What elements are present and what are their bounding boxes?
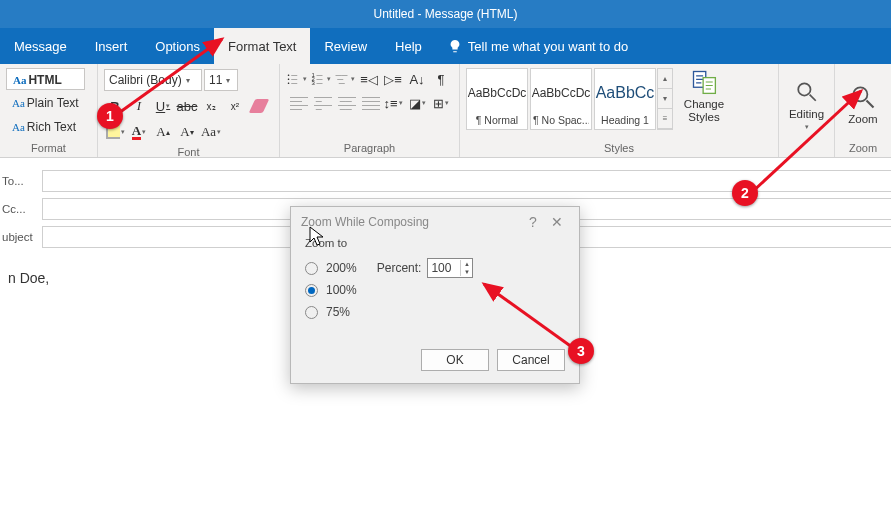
superscript-button[interactable]: x² — [224, 95, 246, 117]
to-label[interactable]: To... — [0, 175, 42, 187]
decrease-indent-button[interactable]: ≡◁ — [358, 68, 380, 90]
italic-button[interactable]: I — [128, 95, 150, 117]
bullet-list-icon — [288, 73, 302, 85]
strikethrough-button[interactable]: abc — [176, 95, 198, 117]
zoom-to-label: Zoom to — [305, 237, 565, 249]
window-title: Untitled - Message (HTML) — [373, 7, 517, 21]
styles-scroll-down-icon[interactable]: ▾ — [658, 89, 672, 109]
font-size-combo[interactable]: 11▾ — [204, 69, 238, 91]
clear-formatting-button[interactable] — [248, 95, 270, 117]
eraser-icon — [249, 99, 270, 113]
multilevel-list-button[interactable]: ▾ — [334, 68, 356, 90]
group-font-label: Font — [104, 144, 273, 161]
change-styles-icon — [690, 68, 718, 96]
menu-bar: Message Insert Options Format Text Revie… — [0, 28, 891, 64]
zoom-100-option[interactable]: 100% — [305, 279, 357, 301]
group-styles: AaBbCcDc ¶ Normal AaBbCcDc ¶ No Spac... … — [460, 64, 779, 157]
radio-icon — [305, 284, 318, 297]
font-name-combo[interactable]: Calibri (Body)▾ — [104, 69, 202, 91]
underline-button[interactable]: U▾ — [152, 95, 174, 117]
find-icon — [793, 78, 821, 106]
editing-button[interactable]: Editing ▾ — [785, 78, 828, 131]
change-case-button[interactable]: Aa▾ — [200, 121, 222, 143]
border-icon: ⊞ — [433, 96, 444, 111]
align-center-button[interactable] — [310, 92, 332, 114]
help-icon[interactable]: ? — [521, 214, 545, 230]
sort-button[interactable]: A↓ — [406, 68, 428, 90]
bullet-list-button[interactable]: ▾ — [286, 68, 308, 90]
shading-button[interactable]: ◪▾ — [406, 92, 428, 114]
window-title-bar: Untitled - Message (HTML) — [0, 0, 891, 28]
number-list-button[interactable]: ▾ — [310, 68, 332, 90]
zoom-75-option[interactable]: 75% — [305, 301, 357, 323]
chevron-down-icon: ▾ — [805, 123, 809, 131]
styles-scroll-up-icon[interactable]: ▴ — [658, 69, 672, 89]
align-left-icon — [290, 95, 304, 111]
shrink-font-button[interactable]: A▾ — [176, 121, 198, 143]
align-right-icon — [338, 95, 352, 111]
format-plain-button[interactable]: AaPlain Text — [6, 92, 85, 114]
menu-help[interactable]: Help — [381, 28, 436, 64]
align-right-button[interactable] — [334, 92, 356, 114]
format-html-button[interactable]: AaHTML — [6, 68, 85, 90]
style-no-spacing[interactable]: AaBbCcDc ¶ No Spac... — [530, 68, 592, 130]
borders-button[interactable]: ⊞▾ — [430, 92, 452, 114]
tell-me-search[interactable]: Tell me what you want to do — [436, 39, 640, 54]
lightbulb-icon — [448, 39, 462, 53]
svg-line-5 — [867, 100, 874, 107]
align-center-icon — [314, 95, 328, 111]
increase-indent-button[interactable]: ▷≡ — [382, 68, 404, 90]
svg-point-4 — [853, 87, 867, 101]
cancel-button[interactable]: Cancel — [497, 349, 565, 371]
align-justify-icon — [362, 95, 376, 111]
cc-label[interactable]: Cc... — [0, 203, 42, 215]
style-heading1[interactable]: AaBbCc Heading 1 — [594, 68, 656, 130]
percent-spinner[interactable]: 100 ▲ ▼ — [427, 258, 473, 278]
styles-gallery[interactable]: AaBbCcDc ¶ Normal AaBbCcDc ¶ No Spac... … — [466, 68, 673, 130]
line-spacing-button[interactable]: ↕≡▾ — [382, 92, 404, 114]
group-zoom: Zoom Zoom — [835, 64, 891, 157]
align-justify-button[interactable] — [358, 92, 380, 114]
tell-me-label: Tell me what you want to do — [468, 39, 628, 54]
group-format: AaHTML AaPlain Text AaRich Text Format — [0, 64, 98, 157]
radio-icon — [305, 262, 318, 275]
group-zoom-label: Zoom — [841, 140, 885, 157]
styles-expand-icon[interactable]: ≡ — [658, 109, 672, 129]
menu-insert[interactable]: Insert — [81, 28, 142, 64]
styles-scroll[interactable]: ▴ ▾ ≡ — [657, 68, 673, 130]
menu-format-text[interactable]: Format Text — [214, 28, 310, 64]
change-styles-button[interactable]: Change Styles — [677, 68, 731, 124]
group-paragraph-label: Paragraph — [286, 140, 453, 157]
show-marks-button[interactable]: ¶ — [430, 68, 452, 90]
svg-point-2 — [798, 83, 810, 95]
close-icon[interactable]: ✕ — [545, 214, 569, 230]
grow-font-button[interactable]: A▴ — [152, 121, 174, 143]
group-paragraph: ▾ ▾ ▾ ≡◁ ▷≡ A↓ ¶ ↕≡▾ ◪▾ ⊞▾ Paragraph — [280, 64, 460, 157]
zoom-button[interactable]: Zoom — [841, 83, 885, 126]
highlight-button[interactable]: ▾ — [104, 121, 126, 143]
multilevel-list-icon — [336, 73, 350, 85]
spinner-down-icon[interactable]: ▼ — [461, 268, 472, 276]
group-font: Calibri (Body)▾ 11▾ B I U▾ abc x₂ x² ▾ A… — [98, 64, 280, 157]
svg-line-3 — [809, 94, 815, 100]
font-color-icon: A — [132, 125, 141, 140]
group-editing: Editing ▾ — [779, 64, 835, 157]
font-color-button[interactable]: A▾ — [128, 121, 150, 143]
bold-button[interactable]: B — [104, 95, 126, 117]
zoom-dialog: Zoom While Composing ? ✕ Zoom to 200% 10… — [290, 206, 580, 384]
zoom-200-option[interactable]: 200% — [305, 257, 357, 279]
format-rich-button[interactable]: AaRich Text — [6, 116, 85, 138]
group-styles-label: Styles — [466, 140, 772, 157]
align-left-button[interactable] — [286, 92, 308, 114]
dialog-title: Zoom While Composing — [301, 215, 429, 229]
style-normal[interactable]: AaBbCcDc ¶ Normal — [466, 68, 528, 130]
spinner-up-icon[interactable]: ▲ — [461, 260, 472, 268]
to-field[interactable] — [42, 170, 891, 192]
radio-icon — [305, 306, 318, 319]
ok-button[interactable]: OK — [421, 349, 489, 371]
menu-options[interactable]: Options — [141, 28, 214, 64]
subject-label: ubject — [0, 231, 42, 243]
subscript-button[interactable]: x₂ — [200, 95, 222, 117]
menu-message[interactable]: Message — [0, 28, 81, 64]
menu-review[interactable]: Review — [310, 28, 381, 64]
